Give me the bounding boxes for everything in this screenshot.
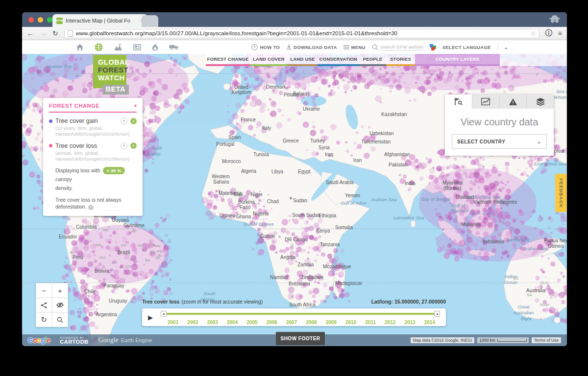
- chevron-down-icon[interactable]: ▾: [134, 103, 137, 108]
- layer-info-icon[interactable]: i: [130, 118, 137, 124]
- address-bar[interactable]: www.globalforestwatch.org/map/3/15.00/27…: [64, 29, 539, 38]
- site-tab-conservation[interactable]: CONSERVATION: [318, 53, 359, 66]
- year-slider[interactable]: 2001200220032004200520062007200820092010…: [161, 308, 440, 326]
- language-chevron-icon[interactable]: ⌄: [504, 45, 508, 50]
- select-language-button[interactable]: SELECT LANGUAGE: [442, 45, 491, 50]
- layer-name[interactable]: Tree cover gain: [55, 118, 118, 124]
- map-globe-icon[interactable]: [95, 43, 103, 51]
- menu-link[interactable]: MENU: [343, 45, 366, 50]
- slider-track[interactable]: [163, 313, 438, 315]
- site-tab-forest-change[interactable]: FOREST CHANGE: [206, 53, 250, 66]
- timeline-year-2013[interactable]: 2013: [404, 320, 415, 325]
- timeline-year-2003[interactable]: 2003: [207, 320, 218, 325]
- zoom-in-button[interactable]: +: [52, 283, 68, 298]
- url-text[interactable]: www.globalforestwatch.org/map/3/15.00/27…: [76, 30, 527, 36]
- site-tab-country-layers[interactable]: COUNTRY LAYERS: [415, 53, 500, 66]
- refresh-button[interactable]: ↻: [36, 312, 52, 327]
- terms-of-use-link[interactable]: Terms of Use: [532, 337, 561, 343]
- commodities-icon[interactable]: [169, 44, 179, 50]
- tab-country-search[interactable]: [445, 94, 472, 109]
- slider-handle-start[interactable]: [161, 311, 167, 317]
- chart-icon: [481, 98, 490, 105]
- countries-icon[interactable]: [114, 44, 122, 51]
- map-label: Australian: [513, 310, 534, 315]
- canopy-density-row: Displaying loss with > 30 % canopy densi…: [55, 166, 137, 193]
- new-tab-button[interactable]: [142, 15, 158, 27]
- zoom-out-button[interactable]: −: [36, 283, 52, 298]
- layer-close-icon[interactable]: ✕: [121, 142, 127, 149]
- timeline-year-2005[interactable]: 2005: [246, 320, 257, 325]
- map-label: Vietnam: [473, 199, 491, 205]
- extension-info-icon[interactable]: ⓘ: [545, 29, 552, 38]
- incognito-icon: [548, 14, 561, 26]
- map-label: Portugal: [216, 141, 234, 147]
- map-label: Myanmar: [442, 180, 463, 186]
- fires-icon[interactable]: [152, 43, 158, 51]
- tab-analysis[interactable]: [472, 94, 500, 109]
- how-to-link[interactable]: ? HOW TO: [251, 44, 280, 50]
- map-label: Banda Sea: [506, 237, 529, 242]
- panel-title-row[interactable]: FOREST CHANGE ▾: [49, 103, 137, 113]
- timeline-year-2002[interactable]: 2002: [187, 320, 198, 325]
- timeline-year-2007[interactable]: 2007: [286, 320, 297, 325]
- bookmark-star-icon[interactable]: ☆: [530, 30, 536, 37]
- browser-tab[interactable]: GFW Interactive Map | Global Fo ×: [52, 14, 147, 27]
- site-tab-land-use[interactable]: LAND USE: [288, 53, 318, 66]
- site-tab-stories[interactable]: STORIES: [386, 53, 415, 66]
- forward-button: →: [40, 30, 47, 37]
- map-label: Kenya: [316, 228, 330, 234]
- timeline-year-2009[interactable]: 2009: [326, 320, 337, 325]
- map-label: RO: [99, 256, 105, 260]
- timeline-year-2011[interactable]: 2011: [365, 320, 376, 325]
- gfw-nav-icons: [76, 43, 179, 51]
- select-country-dropdown[interactable]: SELECT COUNTRY ⌄: [452, 134, 547, 149]
- gfw-logo[interactable]: GLOBAL FOREST WATCH BETA: [93, 55, 126, 88]
- timeline-year-2012[interactable]: 2012: [385, 320, 395, 325]
- hide-panels-button[interactable]: [52, 298, 68, 312]
- layer-color-dot: [49, 144, 52, 147]
- map-label: Faso: [240, 205, 250, 210]
- site-tab-land-cover[interactable]: LAND COVER: [250, 53, 288, 66]
- feedback-tab[interactable]: FEEDBACK: [555, 174, 567, 212]
- zoom-window-button[interactable]: [47, 17, 52, 23]
- map-label: BA: [145, 258, 150, 262]
- timeline-year-2001[interactable]: 2001: [168, 320, 178, 325]
- timeline-year-2008[interactable]: 2008: [306, 320, 317, 325]
- timeline-year-2014[interactable]: 2014: [424, 320, 435, 325]
- layer-name[interactable]: Tree cover loss: [55, 142, 118, 149]
- map-label: Ukraine: [303, 106, 319, 112]
- tab-alerts[interactable]: [500, 94, 527, 109]
- map-label: Arafura Sea: [523, 246, 548, 251]
- search-location-button[interactable]: [52, 312, 68, 327]
- map-label: Morocco: [222, 159, 241, 164]
- layer-info-icon[interactable]: i: [130, 142, 137, 149]
- home-icon[interactable]: [76, 44, 84, 51]
- play-button[interactable]: ▶: [148, 314, 153, 321]
- chrome-menu-icon[interactable]: ≡: [558, 29, 562, 37]
- layer-close-icon[interactable]: ✕: [121, 118, 127, 124]
- chevron-down-icon: ⌄: [537, 139, 541, 145]
- back-button[interactable]: ←: [27, 30, 34, 37]
- timeline-year-2006[interactable]: 2006: [267, 320, 277, 325]
- slider-handle-end[interactable]: [434, 311, 440, 317]
- map-label: SA: [527, 293, 532, 297]
- layer-row: Tree cover loss✕i: [49, 142, 137, 149]
- map-label: Afghanistan: [384, 152, 410, 157]
- map-label: Ethiopia: [318, 213, 336, 218]
- timeline-year-2004[interactable]: 2004: [227, 320, 238, 325]
- download-data-link[interactable]: DOWNLOAD DATA: [286, 44, 337, 50]
- map-label: PA: [121, 243, 126, 248]
- news-icon[interactable]: [133, 44, 141, 50]
- minimize-window-button[interactable]: [38, 17, 43, 23]
- site-tab-people[interactable]: PEOPLE: [359, 53, 386, 66]
- reload-button[interactable]: ↻: [52, 30, 58, 37]
- tab-layers[interactable]: [527, 94, 554, 109]
- canopy-threshold-button[interactable]: > 30 %: [103, 167, 125, 174]
- help-icon[interactable]: ?: [88, 205, 94, 210]
- show-footer-button[interactable]: SHOW FOOTER: [276, 332, 325, 345]
- map-label: Madagascar: [335, 281, 362, 286]
- close-window-button[interactable]: [28, 17, 34, 23]
- share-button[interactable]: [36, 298, 52, 312]
- search-input[interactable]: [380, 44, 423, 50]
- timeline-year-2010[interactable]: 2010: [345, 320, 356, 325]
